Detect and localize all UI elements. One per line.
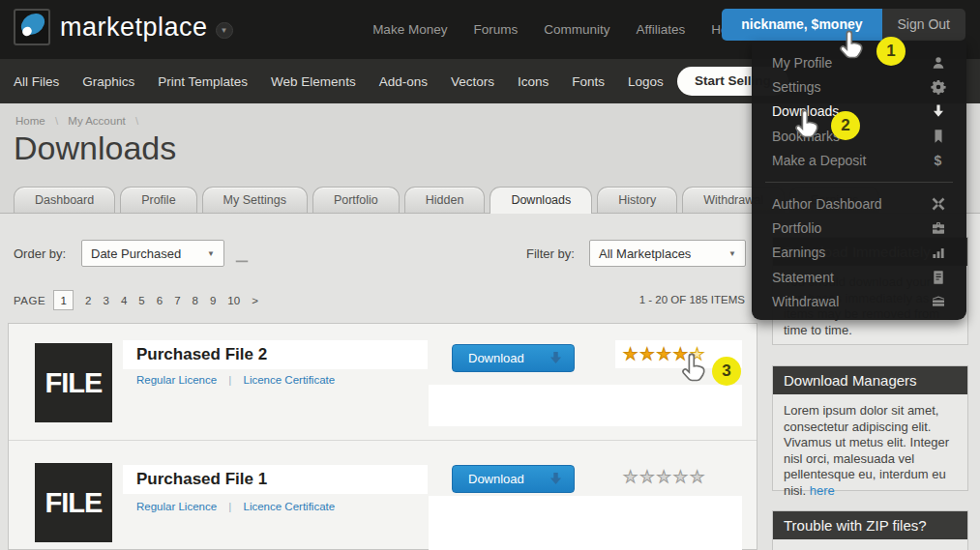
breadcrumb-separator: \ xyxy=(55,115,58,127)
nav-affiliates[interactable]: Affiliates xyxy=(636,22,685,37)
tab-history[interactable]: History xyxy=(597,187,677,213)
nav-make-money[interactable]: Make Money xyxy=(372,22,447,37)
regular-licence-link[interactable]: Regular Licence xyxy=(136,374,217,386)
page-title: Downloads xyxy=(14,130,176,167)
tab-hidden[interactable]: Hidden xyxy=(404,187,486,213)
nav-forums[interactable]: Forums xyxy=(473,22,518,37)
gear-icon xyxy=(930,79,946,96)
purchased-file-row: FILE Purchased File 2 Regular Licence | … xyxy=(9,324,757,441)
tab-downloads[interactable]: Downloads xyxy=(490,187,592,214)
page-link[interactable]: 2 xyxy=(79,295,97,306)
sidebar-heading: Download Managers xyxy=(773,366,967,394)
download-button[interactable]: Download xyxy=(452,344,575,372)
logo-text: marketplace xyxy=(60,13,208,43)
breadcrumb-my-account[interactable]: My Account xyxy=(68,115,125,127)
menu-make-a-deposit[interactable]: Make a Deposit $ xyxy=(752,149,966,173)
tab-dashboard[interactable]: Dashboard xyxy=(14,187,115,213)
placeholder-box xyxy=(429,496,742,550)
downloads-list: FILE Purchased File 2 Regular Licence | … xyxy=(8,323,757,550)
download-order-icon[interactable] xyxy=(232,241,252,264)
cat-web-elements[interactable]: Web Elements xyxy=(259,74,368,89)
page-link[interactable]: 7 xyxy=(168,295,186,306)
here-link[interactable]: here xyxy=(810,483,835,498)
cat-vectors[interactable]: Vectors xyxy=(439,74,506,89)
downloads-page: marketplace ▼ Make Money Forums Communit… xyxy=(0,0,980,550)
pagination: PAGE 1 2 3 4 5 6 7 8 9 10 > xyxy=(14,290,264,310)
page-link[interactable]: 8 xyxy=(187,295,204,306)
sidebar-download-managers: Download Managers Lorem ipsum dolor sit … xyxy=(772,365,968,491)
menu-portfolio[interactable]: Portfolio xyxy=(752,216,966,240)
cat-icons[interactable]: Icons xyxy=(506,74,560,89)
menu-item-label: Statement xyxy=(772,270,834,285)
briefcase-icon xyxy=(930,220,946,237)
filter-by-label: Filter by: xyxy=(526,246,575,261)
download-arrow-icon xyxy=(930,103,946,120)
star-icon[interactable]: ★ xyxy=(639,469,656,485)
logo-sphere-icon xyxy=(14,9,50,45)
file-links: Regular Licence | Licence Certificate xyxy=(136,374,335,386)
file-thumbnail[interactable]: FILE xyxy=(35,343,112,422)
page-link[interactable]: 3 xyxy=(98,295,115,306)
page-word: PAGE xyxy=(14,295,45,306)
star-icon[interactable]: ★ xyxy=(623,346,639,362)
menu-item-label: Portfolio xyxy=(772,220,821,236)
order-by-select[interactable]: Date Purchased ▼ xyxy=(81,240,224,267)
menu-statement[interactable]: Statement xyxy=(752,265,966,289)
page-link[interactable]: 6 xyxy=(151,295,168,306)
items-range: 1 - 20 OF 185 ITEMS xyxy=(639,294,745,305)
page-current: 1 xyxy=(53,290,74,310)
filter-by-select[interactable]: All Marketplaces ▼ xyxy=(589,240,746,267)
star-icon[interactable]: ★ xyxy=(657,469,673,485)
sidebar-text-line: time to time. xyxy=(784,323,957,339)
marketplace-logo[interactable]: marketplace ▼ xyxy=(14,9,233,45)
page-link[interactable]: 10 xyxy=(222,295,246,306)
page-link[interactable]: 9 xyxy=(204,295,222,306)
placeholder-box xyxy=(429,385,742,426)
tab-my-settings[interactable]: My Settings xyxy=(202,187,308,213)
cat-graphics[interactable]: Graphics xyxy=(71,74,146,89)
purchased-file-row: FILE Purchased File 1 Regular Licence | … xyxy=(9,442,757,550)
download-button[interactable]: Download xyxy=(452,465,575,493)
page-link[interactable]: 4 xyxy=(115,295,133,306)
callout-badge-3: 3 xyxy=(712,357,741,386)
star-icon[interactable]: ★ xyxy=(639,346,656,362)
user-icon xyxy=(930,54,946,71)
cat-fonts[interactable]: Fonts xyxy=(560,74,616,89)
menu-earnings[interactable]: Earnings xyxy=(752,241,966,265)
chevron-down-icon[interactable]: ▼ xyxy=(216,22,233,39)
hand-cursor-icon xyxy=(793,108,824,145)
tab-profile[interactable]: Profile xyxy=(120,187,196,213)
menu-item-label: My Profile xyxy=(772,55,832,71)
sign-out-button[interactable]: Sign Out xyxy=(882,9,965,41)
star-icon[interactable]: ★ xyxy=(657,346,673,362)
licence-certificate-link[interactable]: Licence Certificate xyxy=(244,374,336,386)
callout-badge-1: 1 xyxy=(876,37,906,66)
download-arrow-icon xyxy=(549,352,562,364)
cat-all-files[interactable]: All Files xyxy=(0,74,71,89)
file-thumbnail[interactable]: FILE xyxy=(35,463,112,542)
bookmark-icon xyxy=(930,128,946,144)
download-arrow-icon xyxy=(549,473,562,485)
licence-certificate-link[interactable]: Licence Certificate xyxy=(244,501,336,512)
star-icon[interactable]: ★ xyxy=(623,469,639,485)
tab-portfolio[interactable]: Portfolio xyxy=(312,187,400,213)
cat-print-templates[interactable]: Print Templates xyxy=(146,74,259,89)
menu-item-label: Earnings xyxy=(772,245,825,260)
menu-withdrawal[interactable]: Withdrawal xyxy=(752,290,966,314)
callout-badge-2: 2 xyxy=(831,111,860,140)
menu-author-dashboard[interactable]: Author Dashboard xyxy=(752,191,966,216)
regular-licence-link[interactable]: Regular Licence xyxy=(136,501,217,512)
order-by-label: Order by: xyxy=(14,246,66,261)
star-icon[interactable]: ★ xyxy=(690,469,706,485)
page-next[interactable]: > xyxy=(246,295,264,306)
header-nav: Make Money Forums Community Affiliates H… xyxy=(372,0,738,59)
breadcrumb-home[interactable]: Home xyxy=(15,115,45,127)
page-link[interactable]: 5 xyxy=(133,295,150,306)
cat-logos[interactable]: Logos xyxy=(616,74,675,89)
menu-settings[interactable]: Settings xyxy=(752,74,966,99)
nav-community[interactable]: Community xyxy=(544,22,609,37)
cat-add-ons[interactable]: Add-ons xyxy=(368,74,439,89)
breadcrumb-separator: \ xyxy=(135,115,138,127)
menu-item-label: Settings xyxy=(772,79,821,95)
star-icon[interactable]: ★ xyxy=(673,469,690,485)
